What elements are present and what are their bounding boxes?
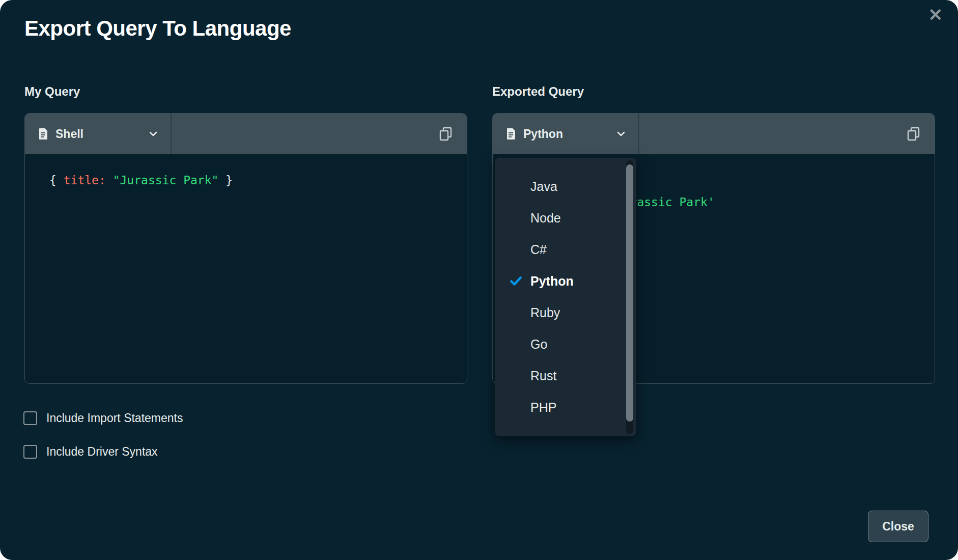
file-icon bbox=[38, 128, 48, 140]
menu-item-label: Go bbox=[530, 337, 547, 352]
menu-scrollbar[interactable] bbox=[626, 160, 633, 434]
export-query-modal: Export Query To Language ✕ My Query Shel… bbox=[0, 0, 958, 560]
menu-item-php[interactable]: PHP bbox=[495, 391, 636, 423]
chevron-down-icon bbox=[149, 131, 157, 136]
my-query-toolbar: Shell bbox=[25, 114, 467, 154]
copy-my-query-button[interactable] bbox=[436, 124, 456, 144]
menu-scrollbar-thumb[interactable] bbox=[626, 164, 633, 422]
file-icon bbox=[506, 128, 516, 140]
page-title: Export Query To Language bbox=[24, 16, 291, 41]
checkmark-icon bbox=[510, 276, 522, 286]
menu-item-java[interactable]: Java bbox=[495, 171, 636, 202]
copy-exported-query-button[interactable] bbox=[904, 124, 923, 144]
menu-item-rust[interactable]: Rust bbox=[495, 360, 636, 391]
menu-item-label: Node bbox=[530, 211, 561, 226]
close-button[interactable]: Close bbox=[868, 511, 928, 542]
my-query-code[interactable]: { title: "Jurassic Park" } bbox=[25, 154, 467, 191]
copy-icon bbox=[438, 126, 454, 142]
menu-item-label: Java bbox=[530, 179, 557, 194]
code-token: title: bbox=[64, 174, 106, 187]
option-label: Include Driver Syntax bbox=[46, 445, 158, 459]
option-label: Include Import Statements bbox=[46, 411, 183, 425]
exported-language-label: Python bbox=[523, 127, 563, 141]
close-icon[interactable]: ✕ bbox=[928, 6, 943, 23]
language-menu: Java Node C# Python Ruby Go Rust PHP bbox=[495, 158, 636, 436]
exported-query-toolbar: Python bbox=[493, 114, 935, 154]
menu-item-csharp[interactable]: C# bbox=[495, 234, 636, 265]
menu-item-go[interactable]: Go bbox=[495, 328, 636, 360]
code-token bbox=[106, 174, 113, 187]
my-query-label: My Query bbox=[24, 85, 80, 99]
import-statements-checkbox bbox=[23, 411, 37, 425]
code-token: } bbox=[218, 174, 233, 187]
exported-language-select[interactable]: Python bbox=[493, 114, 639, 154]
menu-item-label: Python bbox=[530, 274, 574, 289]
menu-item-label: Rust bbox=[530, 369, 556, 383]
menu-item-ruby[interactable]: Ruby bbox=[495, 297, 636, 328]
menu-item-label: Ruby bbox=[530, 305, 560, 320]
chevron-down-icon bbox=[617, 131, 625, 136]
code-token: "Jurassic Park" bbox=[113, 174, 219, 187]
menu-item-label: PHP bbox=[530, 400, 556, 415]
option-include-driver-syntax[interactable]: Include Driver Syntax bbox=[23, 445, 158, 459]
my-query-language-label: Shell bbox=[55, 127, 83, 141]
copy-icon bbox=[906, 126, 921, 142]
menu-item-python[interactable]: Python bbox=[495, 265, 636, 297]
menu-item-label: C# bbox=[530, 242, 547, 257]
exported-query-label: Exported Query bbox=[492, 85, 584, 99]
option-include-import-statements[interactable]: Include Import Statements bbox=[23, 411, 183, 425]
my-query-language-select[interactable]: Shell bbox=[25, 114, 172, 154]
my-query-panel: Shell { title: "Jurassic Park" } bbox=[24, 113, 467, 384]
code-token: { bbox=[49, 174, 64, 187]
menu-item-node[interactable]: Node bbox=[495, 202, 636, 234]
driver-syntax-checkbox bbox=[23, 445, 37, 459]
